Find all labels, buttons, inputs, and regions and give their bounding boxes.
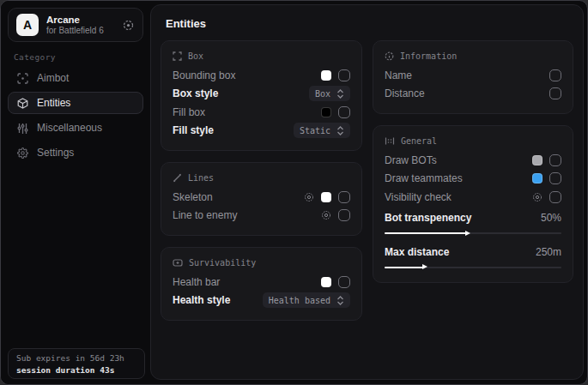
slider-fill xyxy=(385,267,423,268)
slider-row: Bot transpenency 50% xyxy=(385,209,561,228)
setting-label: Line to enemy xyxy=(173,209,237,221)
card-title: General xyxy=(401,136,437,146)
setting-row: Fill style Static xyxy=(173,122,350,141)
sidebar-item-label: Settings xyxy=(37,147,74,159)
setting-row: Distance xyxy=(385,85,561,104)
sidebar-item-miscellaneous[interactable]: Miscellaneous xyxy=(8,117,143,139)
survivability-icon xyxy=(173,258,183,268)
color-swatch[interactable] xyxy=(532,173,543,183)
setting-label: Skeleton xyxy=(173,191,213,203)
setting-label: Name xyxy=(385,69,412,81)
brand-card: A Arcane for Battlefield 6 xyxy=(8,8,143,42)
checkbox[interactable] xyxy=(338,106,350,118)
page-title: Entities xyxy=(166,17,573,30)
setting-row: Health style Health based xyxy=(173,292,350,310)
checkbox[interactable] xyxy=(549,87,561,99)
setting-row: Draw BOTs xyxy=(385,151,561,170)
checkbox[interactable] xyxy=(549,191,561,203)
setting-row: Visibility check xyxy=(385,188,561,207)
lines-icon xyxy=(173,173,182,183)
sliders-icon xyxy=(16,123,28,134)
app-logo: A xyxy=(16,14,39,36)
color-swatch[interactable] xyxy=(532,155,543,165)
unfold-icon xyxy=(336,126,344,135)
settings-gear-icon[interactable] xyxy=(304,192,314,202)
card-box: Box Bounding box Box style Box xyxy=(161,40,362,151)
max-distance-slider[interactable] xyxy=(385,267,561,268)
card-general: General Draw BOTs Draw teammates xyxy=(373,125,573,283)
general-icon xyxy=(385,136,395,146)
box-icon xyxy=(173,51,182,61)
select-value: Static xyxy=(300,126,330,135)
checkbox[interactable] xyxy=(549,172,561,184)
setting-row: Line to enemy xyxy=(173,207,350,226)
sidebar-item-entities[interactable]: Entities xyxy=(8,92,143,114)
crosshair-icon xyxy=(16,73,28,84)
slider-value: 250m xyxy=(536,246,561,258)
card-title: Survivability xyxy=(189,258,256,268)
select-value: Health based xyxy=(269,296,330,305)
setting-row: Draw teammates xyxy=(385,170,561,189)
bot-transparency-slider[interactable] xyxy=(385,232,561,234)
checkbox[interactable] xyxy=(338,191,350,203)
unfold-icon xyxy=(336,296,344,305)
checkbox[interactable] xyxy=(549,69,561,81)
color-swatch[interactable] xyxy=(321,107,331,117)
slider-label: Bot transpenency xyxy=(385,212,471,224)
setting-row: Bounding box xyxy=(173,66,350,85)
information-icon xyxy=(385,51,394,61)
card-title: Box xyxy=(188,51,203,61)
card-information: Information Name Distance xyxy=(373,40,573,114)
brand-name: Arcane xyxy=(46,14,114,26)
settings-gear-icon[interactable] xyxy=(321,210,331,220)
target-icon[interactable] xyxy=(122,19,135,32)
setting-label: Fill box xyxy=(173,106,205,118)
slider-value: 50% xyxy=(541,212,561,224)
setting-label: Distance xyxy=(385,87,425,99)
session-duration-text: session duration 43s xyxy=(16,364,136,376)
setting-label: Visibility check xyxy=(385,191,452,203)
card-survivability: Survivability Health bar Health style He… xyxy=(161,247,362,321)
card-title: Information xyxy=(400,51,457,61)
sub-expires-text: Sub expires in 56d 23h xyxy=(16,352,136,364)
setting-label: Fill style xyxy=(173,124,214,136)
color-swatch[interactable] xyxy=(321,277,331,287)
color-swatch[interactable] xyxy=(321,192,331,202)
brand-text: Arcane for Battlefield 6 xyxy=(46,14,114,37)
slider-label: Max distance xyxy=(385,246,449,258)
category-label: Category xyxy=(14,52,150,62)
fill-style-select[interactable]: Static xyxy=(294,123,350,138)
sidebar-item-label: Aimbot xyxy=(37,72,69,84)
checkbox[interactable] xyxy=(338,69,350,81)
setting-row: Fill box xyxy=(173,103,350,122)
cube-icon xyxy=(16,98,28,109)
sidebar-item-aimbot[interactable]: Aimbot xyxy=(8,67,143,89)
setting-row: Skeleton xyxy=(173,188,350,207)
box-style-select[interactable]: Box xyxy=(309,86,350,101)
setting-label: Health style xyxy=(173,294,230,306)
gear-icon xyxy=(16,147,28,159)
setting-row: Name xyxy=(385,66,561,85)
setting-label: Draw BOTs xyxy=(385,154,437,166)
health-style-select[interactable]: Health based xyxy=(263,292,350,308)
sidebar-item-label: Miscellaneous xyxy=(37,122,102,134)
slider-row: Max distance 250m xyxy=(385,243,561,262)
card-lines: Lines Skeleton Line to enemy xyxy=(161,162,362,236)
select-value: Box xyxy=(315,89,330,99)
checkbox[interactable] xyxy=(549,154,561,166)
setting-label: Health bar xyxy=(173,276,220,288)
slider-fill xyxy=(385,232,466,234)
color-swatch[interactable] xyxy=(321,70,331,81)
app-window: A Arcane for Battlefield 6 Category Aimb… xyxy=(0,0,588,385)
unfold-icon xyxy=(336,89,344,99)
checkbox[interactable] xyxy=(338,276,350,288)
setting-label: Bounding box xyxy=(173,69,235,81)
sidebar: A Arcane for Battlefield 6 Category Aimb… xyxy=(1,1,150,384)
sidebar-item-settings[interactable]: Settings xyxy=(8,141,143,164)
subscription-info: Sub expires in 56d 23h session duration … xyxy=(8,348,145,379)
card-title: Lines xyxy=(188,173,214,183)
checkbox[interactable] xyxy=(338,209,350,221)
setting-label: Draw teammates xyxy=(385,172,463,184)
brand-subtitle: for Battlefield 6 xyxy=(46,26,114,37)
settings-gear-icon[interactable] xyxy=(532,192,543,202)
